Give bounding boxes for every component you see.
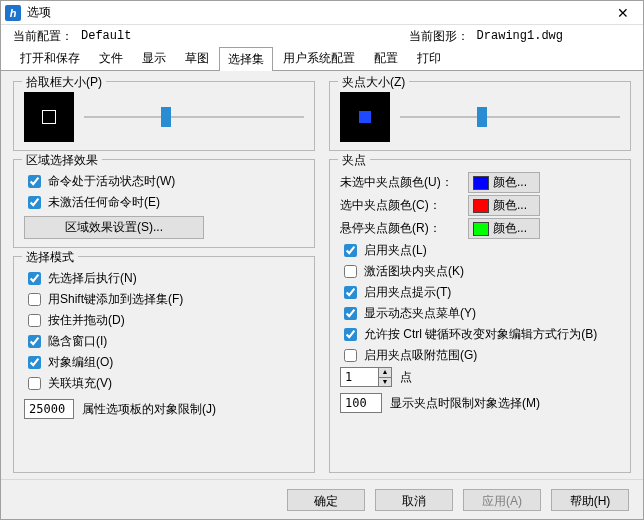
grip-size-group: 夹点大小(Z) [329, 81, 631, 151]
tab-display[interactable]: 显示 [133, 46, 175, 70]
chk-snap-range[interactable]: 启用夹点吸附范围(G) [340, 346, 620, 365]
grips-group: 夹点 未选中夹点颜色(U)： 颜色... 选中夹点颜色(C)： 颜色... 悬停… [329, 159, 631, 473]
chk-shift-add[interactable]: 用Shift键添加到选择集(F) [24, 290, 304, 309]
chk-active-command[interactable]: 命令处于活动状态时(W) [24, 172, 304, 191]
selected-grip-color-button[interactable]: 颜色... [468, 195, 540, 216]
gripsize-legend: 夹点大小(Z) [338, 74, 409, 91]
unselected-grip-color-button[interactable]: 颜色... [468, 172, 540, 193]
grip-preview-square [359, 111, 371, 123]
chk-dyn-grip-menu[interactable]: 显示动态夹点菜单(Y) [340, 304, 620, 323]
close-button[interactable]: ✕ [607, 2, 639, 24]
content-area: 拾取框大小(P) 区域选择效果 命令处于活动状态时(W) 未激活任何命令时(E) [1, 71, 643, 479]
spin-down-icon[interactable]: ▼ [378, 377, 392, 387]
apply-button[interactable]: 应用(A) [463, 489, 541, 511]
spin-up-icon[interactable]: ▲ [378, 367, 392, 377]
right-column: 夹点大小(Z) 夹点 未选中夹点颜色(U)： 颜色... [329, 81, 631, 473]
swatch-green-icon [473, 222, 489, 236]
swatch-red-icon [473, 199, 489, 213]
pickbox-preview [24, 92, 74, 142]
grip-preview [340, 92, 390, 142]
titlebar: h 选项 ✕ [1, 1, 643, 25]
chk-assoc-hatch[interactable]: 关联填充(V) [24, 374, 304, 393]
cancel-button[interactable]: 取消 [375, 489, 453, 511]
grip-limit-label: 显示夹点时限制对象选择(M) [390, 395, 540, 412]
region-settings-button[interactable]: 区域效果设置(S)... [24, 216, 204, 239]
left-column: 拾取框大小(P) 区域选择效果 命令处于活动状态时(W) 未激活任何命令时(E) [13, 81, 315, 473]
current-drawing-value: Drawing1.dwg [477, 29, 563, 43]
chk-not-active[interactable]: 未激活任何命令时(E) [24, 193, 304, 212]
swatch-blue-icon [473, 176, 489, 190]
grip-limit-input[interactable] [340, 393, 382, 413]
window-title: 选项 [27, 4, 607, 21]
app-icon: h [5, 5, 21, 21]
grip-slider[interactable] [400, 107, 620, 127]
chk-noun-verb[interactable]: 先选择后执行(N) [24, 269, 304, 288]
tab-open-save[interactable]: 打开和保存 [11, 46, 89, 70]
tab-profiles[interactable]: 配置 [365, 46, 407, 70]
pickbox-preview-square [42, 110, 56, 124]
pickbox-legend: 拾取框大小(P) [22, 74, 106, 91]
mode-legend: 选择模式 [22, 249, 78, 266]
pickbox-slider[interactable] [84, 107, 304, 127]
region-legend: 区域选择效果 [22, 152, 102, 169]
help-button[interactable]: 帮助(H) [551, 489, 629, 511]
current-config-value: Default [81, 29, 131, 43]
palette-limit-label: 属性选项板的对象限制(J) [82, 401, 216, 418]
info-row: 当前配置： Default 当前图形： Drawing1.dwg [1, 25, 643, 47]
chk-object-groups[interactable]: 对象编组(O) [24, 353, 304, 372]
tab-drafting[interactable]: 草图 [176, 46, 218, 70]
tab-print[interactable]: 打印 [408, 46, 450, 70]
tabs-bar: 打开和保存 文件 显示 草图 选择集 用户系统配置 配置 打印 [1, 47, 643, 71]
chk-implied-window[interactable]: 隐含窗口(I) [24, 332, 304, 351]
palette-limit-input[interactable] [24, 399, 74, 419]
selected-grip-color-label: 选中夹点颜色(C)： [340, 197, 460, 214]
grip-point-spinner[interactable]: ▲▼ [340, 367, 392, 387]
chk-ctrl-cycle[interactable]: 允许按 Ctrl 键循环改变对象编辑方式行为(B) [340, 325, 620, 344]
grip-point-label: 点 [400, 369, 412, 386]
chk-grip-tips[interactable]: 启用夹点提示(T) [340, 283, 620, 302]
grips-legend: 夹点 [338, 152, 370, 169]
region-effects-group: 区域选择效果 命令处于活动状态时(W) 未激活任何命令时(E) 区域效果设置(S… [13, 159, 315, 248]
chk-grips-in-blocks[interactable]: 激活图块内夹点(K) [340, 262, 620, 281]
tab-user-prefs[interactable]: 用户系统配置 [274, 46, 364, 70]
ok-button[interactable]: 确定 [287, 489, 365, 511]
grip-point-input[interactable] [340, 367, 378, 387]
tab-files[interactable]: 文件 [90, 46, 132, 70]
pickbox-size-group: 拾取框大小(P) [13, 81, 315, 151]
unselected-grip-color-label: 未选中夹点颜色(U)： [340, 174, 460, 191]
selection-mode-group: 选择模式 先选择后执行(N) 用Shift键添加到选择集(F) 按住并拖动(D)… [13, 256, 315, 473]
options-dialog: h 选项 ✕ 当前配置： Default 当前图形： Drawing1.dwg … [0, 0, 644, 520]
current-config-label: 当前配置： [13, 28, 73, 45]
hover-grip-color-label: 悬停夹点颜色(R)： [340, 220, 460, 237]
tab-selection[interactable]: 选择集 [219, 47, 273, 71]
chk-press-drag[interactable]: 按住并拖动(D) [24, 311, 304, 330]
current-drawing-label: 当前图形： [409, 28, 469, 45]
footer: 确定 取消 应用(A) 帮助(H) [1, 479, 643, 519]
chk-enable-grips[interactable]: 启用夹点(L) [340, 241, 620, 260]
hover-grip-color-button[interactable]: 颜色... [468, 218, 540, 239]
